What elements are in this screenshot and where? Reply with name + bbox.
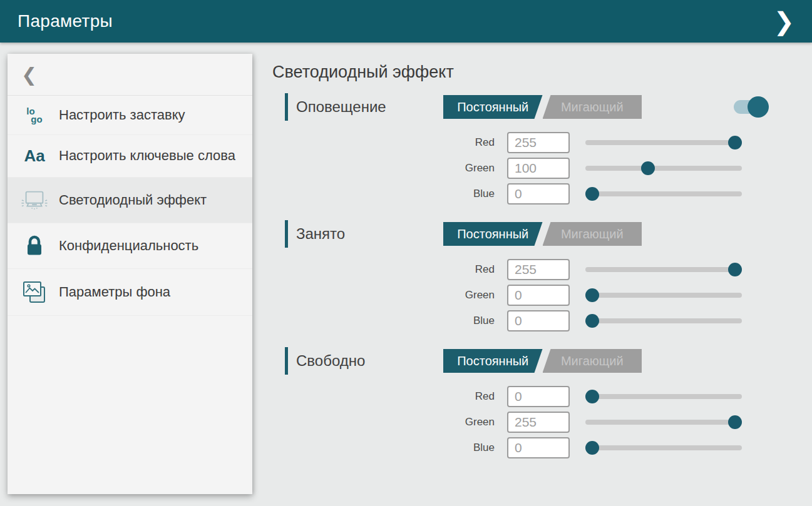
sidebar-item-label: Конфиденциальность <box>59 238 198 254</box>
slider-thumb[interactable] <box>728 415 742 429</box>
red-row: Red <box>285 383 779 409</box>
green-row: Green <box>285 282 779 308</box>
slider-thumb[interactable] <box>728 136 742 149</box>
slider-track <box>585 394 742 399</box>
sidebar-item-label: Светодиодный эффект <box>59 192 207 208</box>
background-images-icon <box>20 280 49 304</box>
green-input[interactable] <box>507 285 570 306</box>
blue-input[interactable] <box>507 310 570 331</box>
led-effect-panel: Светодиодный эффект Оповещение Постоянны… <box>272 43 812 506</box>
slider-thumb[interactable] <box>585 441 599 455</box>
section-busy: Занято Постоянный Мигающий Red Green <box>285 219 779 333</box>
sidebar-item-screensaver[interactable]: logo Настроить заставку <box>8 96 252 135</box>
sidebar-collapse-button[interactable]: ❮ <box>8 54 252 96</box>
mode-constant-button[interactable]: Постоянный <box>443 222 543 246</box>
mode-blinking-button[interactable]: Мигающий <box>543 95 642 119</box>
section-accent-bar <box>285 347 288 375</box>
lock-icon <box>20 235 49 257</box>
slider-track <box>585 293 742 298</box>
red-input[interactable] <box>507 132 570 153</box>
red-label: Red <box>285 263 495 276</box>
red-input[interactable] <box>507 259 570 280</box>
sidebar-item-keywords[interactable]: Aa Настроить ключевые слова <box>8 135 252 178</box>
green-label: Green <box>285 416 495 428</box>
green-label: Green <box>285 162 495 175</box>
slider-thumb[interactable] <box>641 161 655 175</box>
blue-row: Blue <box>285 435 779 460</box>
section-title: Оповещение <box>296 98 386 116</box>
slider-thumb[interactable] <box>585 288 599 302</box>
slider-track <box>585 267 742 272</box>
chevron-right-icon[interactable]: ❯ <box>773 9 794 34</box>
mode-toggle: Постоянный Мигающий <box>443 349 642 373</box>
slider-track <box>585 166 742 171</box>
mode-toggle: Постоянный Мигающий <box>443 95 642 119</box>
blue-slider[interactable] <box>585 313 742 328</box>
led-effect-icon <box>20 189 49 211</box>
switch-knob <box>748 96 769 118</box>
sidebar-item-privacy[interactable]: Конфиденциальность <box>8 223 252 269</box>
slider-track <box>585 140 742 145</box>
logo-icon: logo <box>20 107 49 123</box>
section-alert: Оповещение Постоянный Мигающий Red <box>285 92 779 206</box>
section-title: Занято <box>296 225 345 243</box>
red-slider[interactable] <box>585 262 742 277</box>
mode-blinking-button[interactable]: Мигающий <box>543 222 642 246</box>
sidebar-item-led-effect[interactable]: Светодиодный эффект <box>8 178 252 223</box>
slider-thumb[interactable] <box>585 187 599 201</box>
green-input[interactable] <box>507 158 570 179</box>
section-accent-bar <box>285 93 288 121</box>
red-label: Red <box>285 136 495 149</box>
blue-input[interactable] <box>507 183 570 205</box>
red-slider[interactable] <box>585 135 742 150</box>
keywords-icon: Aa <box>20 146 49 166</box>
chevron-left-icon: ❮ <box>21 64 37 86</box>
red-slider[interactable] <box>585 389 742 404</box>
page-title: Параметры <box>18 11 113 31</box>
sidebar-item-background[interactable]: Параметры фона <box>8 269 252 316</box>
sidebar-item-label: Настроить ключевые слова <box>59 148 235 164</box>
blue-label: Blue <box>285 315 495 327</box>
panel-title: Светодиодный эффект <box>272 63 812 82</box>
blue-row: Blue <box>285 308 779 333</box>
slider-track <box>585 420 742 425</box>
blue-label: Blue <box>285 188 495 200</box>
title-bar: Параметры ❯ <box>0 0 812 43</box>
mode-constant-button[interactable]: Постоянный <box>443 349 543 373</box>
red-input[interactable] <box>507 386 570 407</box>
green-slider[interactable] <box>585 161 742 176</box>
mode-toggle: Постоянный Мигающий <box>443 222 642 246</box>
slider-thumb[interactable] <box>728 263 742 276</box>
mode-constant-button[interactable]: Постоянный <box>443 95 543 119</box>
mode-blinking-button[interactable]: Мигающий <box>543 349 642 373</box>
enable-switch[interactable] <box>734 96 769 118</box>
green-row: Green <box>285 409 779 435</box>
green-label: Green <box>285 289 495 301</box>
slider-thumb[interactable] <box>585 314 599 328</box>
green-slider[interactable] <box>585 288 742 303</box>
section-accent-bar <box>285 220 288 248</box>
green-row: Green <box>285 155 779 181</box>
red-row: Red <box>285 129 779 155</box>
blue-input[interactable] <box>507 437 570 458</box>
red-label: Red <box>285 390 495 403</box>
green-input[interactable] <box>507 412 570 433</box>
sidebar-item-label: Настроить заставку <box>59 107 185 123</box>
section-title: Свободно <box>296 352 365 370</box>
slider-thumb[interactable] <box>585 390 599 403</box>
green-slider[interactable] <box>585 415 742 430</box>
blue-row: Blue <box>285 181 779 206</box>
sidebar-item-label: Параметры фона <box>59 284 170 300</box>
red-row: Red <box>285 256 779 282</box>
slider-track <box>585 318 742 323</box>
settings-sidebar: ❮ logo Настроить заставку Aa Настроить к… <box>8 54 252 494</box>
section-free: Свободно Постоянный Мигающий Red Green <box>285 346 779 460</box>
blue-slider[interactable] <box>585 440 742 455</box>
slider-track <box>585 445 742 450</box>
blue-slider[interactable] <box>585 186 742 201</box>
blue-label: Blue <box>285 442 495 454</box>
slider-track <box>585 191 742 196</box>
